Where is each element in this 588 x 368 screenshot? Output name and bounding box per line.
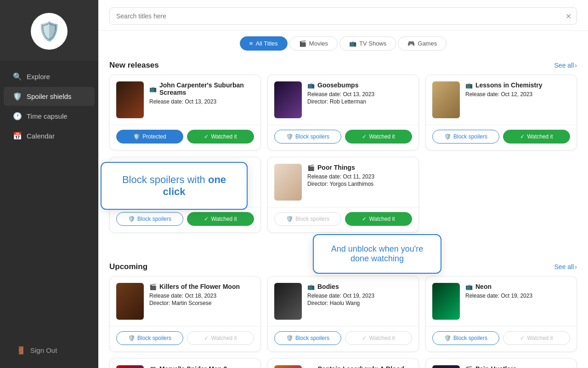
card-lessons-chemistry: 📺 Lessons in Chemistry Release date: Oct… xyxy=(425,75,577,150)
card-release: Release date: Oct 12, 2023 xyxy=(465,91,570,98)
sidebar-item-spoiler-shields[interactable]: 🛡️ Spoiler shields xyxy=(4,87,95,106)
block-spoilers-button[interactable]: 🛡️ Block spoilers xyxy=(432,331,499,345)
signout-icon: 🚪 xyxy=(17,346,25,355)
card-director: Director: Martin Scorsese xyxy=(149,300,254,306)
shield-icon: 🛡️ xyxy=(286,216,293,222)
block-spoilers-button[interactable]: 🛡️ Block spoilers xyxy=(116,212,183,226)
block-spoilers-button[interactable]: 🛡️ Protected xyxy=(116,130,183,144)
sign-out-label: Sign Out xyxy=(30,346,57,354)
card-frasier: Block spoilers with one click 📺 Frasier … xyxy=(109,157,261,233)
card-director: Director: Rob Letterman xyxy=(307,98,412,105)
tv-icon: 📺 xyxy=(307,82,315,89)
logo-shield-icon: 🛡️ xyxy=(38,21,61,42)
card-title: John Carpenter's Suburban Screams xyxy=(159,81,254,96)
sidebar-item-time-capsule[interactable]: 🕐 Time capsule xyxy=(4,107,95,126)
card-info-frasier: 📺 Frasier Release date: Oct 12, 2023 Dir… xyxy=(149,164,254,188)
search-clear-button[interactable]: ✕ xyxy=(565,12,571,21)
watched-it-button[interactable]: ✓ Watched it xyxy=(345,331,412,345)
search-wrapper: ✕ xyxy=(109,7,577,25)
poster-goosebumps xyxy=(274,81,302,118)
check-icon: ✓ xyxy=(520,133,525,140)
sidebar-item-calendar[interactable]: 📅 Calendar xyxy=(4,126,95,145)
card-captain-laserhawk: 📺 Captain Laserhawk: A Blood Drago... Re… xyxy=(267,358,419,368)
card-info-goosebumps: 📺 Goosebumps Release date: Oct 13, 2023 … xyxy=(307,81,412,106)
chevron-right-icon: › xyxy=(575,263,577,270)
poster-neon xyxy=(432,283,460,320)
sidebar: 🛡️ 🔍 Explore 🛡️ Spoiler shields 🕐 Time c… xyxy=(0,0,98,368)
tab-movies[interactable]: 🎬 Movies xyxy=(289,36,338,51)
chevron-right-icon: › xyxy=(575,62,577,69)
poster-bodies xyxy=(274,283,302,320)
tab-games-label: Games xyxy=(418,40,437,47)
shield-icon: 🛡️ xyxy=(286,133,293,140)
sidebar-item-label: Calendar xyxy=(27,132,55,140)
card-title: Captain Laserhawk: A Blood Drago... xyxy=(317,365,412,368)
card-killers-flower-moon: 🎬 Killers of the Flower Moon Release dat… xyxy=(109,276,261,352)
calendar-icon: 📅 xyxy=(13,132,21,140)
block-spoilers-button[interactable]: 🛡️ Block spoilers xyxy=(432,130,499,144)
tab-movies-label: Movies xyxy=(309,40,328,47)
tab-all-titles[interactable]: ≡ All Titles xyxy=(240,36,288,51)
watched-it-button[interactable]: ✓ Watched it xyxy=(345,212,412,226)
check-icon: ✓ xyxy=(204,335,209,341)
card-info-neon: 📺 Neon Release date: Oct 19, 2023 xyxy=(465,283,570,300)
card-info-spiderman: 🎮 Marvel's Spider-Man 2 Release date: Oc… xyxy=(149,365,254,368)
watched-it-button[interactable]: ✓ Watched it xyxy=(503,130,570,144)
watched-it-button[interactable]: ✓ Watched it xyxy=(187,212,254,226)
poster-spiderman xyxy=(116,365,144,368)
shield-icon: 🛡️ xyxy=(286,335,293,341)
tab-tv-icon: 📺 xyxy=(349,40,356,47)
tab-movies-icon: 🎬 xyxy=(299,40,306,47)
watched-it-button[interactable]: ✓ Watched it xyxy=(503,331,570,345)
card-title: Lessons in Chemistry xyxy=(475,81,543,89)
check-icon: ✓ xyxy=(520,335,525,341)
shield-icon: 🛡️ xyxy=(444,335,451,341)
upcoming-see-all[interactable]: See all › xyxy=(554,263,577,270)
sidebar-nav: 🔍 Explore 🛡️ Spoiler shields 🕐 Time caps… xyxy=(0,61,98,333)
upcoming-header: Upcoming See all › xyxy=(109,256,577,276)
tab-tv-label: TV Shows xyxy=(359,40,386,47)
movie-icon: 🎬 xyxy=(465,366,473,368)
sign-out-button[interactable]: 🚪 Sign Out xyxy=(7,341,91,360)
card-title: Poor Things xyxy=(317,164,355,171)
block-spoilers-button[interactable]: 🛡️ Block spoilers xyxy=(274,331,341,345)
new-releases-see-all[interactable]: See all › xyxy=(554,62,577,69)
new-releases-grid: 📺 John Carpenter's Suburban Screams Rele… xyxy=(109,75,577,233)
watched-it-button[interactable]: ✓ Watched it xyxy=(187,130,254,144)
tv-icon: 📺 xyxy=(149,86,157,92)
poster-laserhawk xyxy=(274,365,302,368)
card-release: Release date: Oct 13, 2023 xyxy=(307,91,412,98)
card-pain-hustlers: 🎬 Pain Hustlers Release date: Oct 20, 20… xyxy=(425,358,577,368)
upcoming-grid: 🎬 Killers of the Flower Moon Release dat… xyxy=(109,276,577,368)
sidebar-item-explore[interactable]: 🔍 Explore xyxy=(4,67,95,86)
poster-suburban-screams xyxy=(116,81,144,118)
search-input[interactable] xyxy=(109,7,577,25)
watched-it-button[interactable]: ✓ Watched it xyxy=(187,331,254,345)
block-spoilers-button[interactable]: 🛡️ Block spoilers xyxy=(116,331,183,345)
card-title: Goosebumps xyxy=(317,81,358,89)
sidebar-item-label: Explore xyxy=(27,73,50,80)
card-release: Release date: Oct 19, 2023 xyxy=(307,293,412,299)
tab-games[interactable]: 🎮 Games xyxy=(398,36,447,51)
poster-pain-hustlers xyxy=(432,365,460,368)
card-release: Release date: Oct 18, 2023 xyxy=(149,293,254,299)
block-spoilers-button[interactable]: 🛡️ Block spoilers xyxy=(274,130,341,144)
card-suburban-screams: 📺 John Carpenter's Suburban Screams Rele… xyxy=(109,75,261,150)
card-goosebumps: 📺 Goosebumps Release date: Oct 13, 2023 … xyxy=(267,75,419,150)
check-icon: ✓ xyxy=(204,216,209,222)
card-director: Director: Yorgos Lanthimos xyxy=(307,181,412,187)
check-icon: ✓ xyxy=(362,216,367,222)
card-release: Release date: Oct 19, 2023 xyxy=(465,293,570,299)
card-info-bodies: 📺 Bodies Release date: Oct 19, 2023 Dire… xyxy=(307,283,412,307)
shield-icon: 🛡️ xyxy=(133,133,140,140)
card-info-laserhawk: 📺 Captain Laserhawk: A Blood Drago... Re… xyxy=(307,365,412,368)
logo-circle: 🛡️ xyxy=(31,13,68,50)
card-info-suburban: 📺 John Carpenter's Suburban Screams Rele… xyxy=(149,81,254,106)
block-spoilers-button[interactable]: 🛡️ Block spoilers xyxy=(274,212,341,226)
tab-tv-shows[interactable]: 📺 TV Shows xyxy=(339,36,396,51)
card-poor-things: 🎬 Poor Things Release date: Oct 11, 2023… xyxy=(267,157,419,233)
tab-all-label: All Titles xyxy=(255,40,277,47)
search-bar: ✕ xyxy=(98,0,588,31)
shield-icon: 🛡️ xyxy=(128,216,135,222)
watched-it-button[interactable]: ✓ Watched it xyxy=(345,130,412,144)
